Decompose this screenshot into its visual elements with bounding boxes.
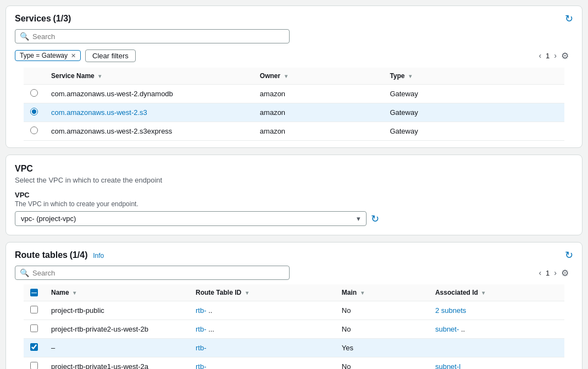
services-filter-bar: Type = Gateway ✕ Clear filters ‹ 1 › ⚙	[15, 48, 573, 63]
services-type-sort[interactable]: ▾	[409, 73, 412, 79]
rt-name-sort[interactable]: ▾	[73, 290, 76, 296]
services-search-bar[interactable]: 🔍	[15, 29, 290, 43]
rt-refresh-icon[interactable]: ↻	[565, 249, 573, 261]
rt-header-right: ↻	[565, 249, 573, 261]
services-col-type-label: Type	[390, 72, 404, 80]
rt-rtid-cell: rtb-	[189, 339, 335, 357]
rt-checkbox-cell[interactable]	[24, 301, 45, 320]
services-owner-sort[interactable]: ▾	[285, 73, 287, 79]
vpc-label: VPC	[15, 191, 573, 199]
services-name-cell: com.amazonaws.us-west-2.dynamodb	[45, 85, 253, 103]
rt-search-input[interactable]	[32, 269, 285, 277]
rt-checkbox-0[interactable]	[30, 306, 38, 313]
rt-name-cell: project-rtb-public	[45, 301, 189, 320]
services-radio-1[interactable]	[30, 108, 38, 115]
rt-main-cell: No	[335, 357, 429, 370]
rt-header-row: Route tables (1/4) Info ↻	[6, 243, 582, 261]
rt-main-sort[interactable]: ▾	[361, 290, 364, 296]
rt-table-row[interactable]: project-rtb-public rtb- .. No 2 subnets	[24, 301, 564, 320]
rt-pagination: ‹ 1 › ⚙	[536, 265, 573, 280]
rt-col-main-label: Main	[342, 289, 357, 296]
services-table-row[interactable]: com.amazonaws.us-west-2.s3 amazon Gatewa…	[24, 103, 564, 122]
subnets-link[interactable]: 2 subnets	[435, 306, 466, 315]
services-owner-cell: amazon	[253, 85, 384, 103]
rt-search-icon: 🔍	[20, 268, 29, 277]
services-panel: Services (1/3) ↻ 🔍 Type = Gateway ✕ Clea…	[5, 5, 583, 148]
rt-settings-icon[interactable]: ⚙	[561, 268, 569, 278]
services-col-radio	[24, 68, 45, 85]
rt-assoc-cell	[429, 339, 564, 357]
rt-checkbox-cell[interactable]	[24, 357, 45, 370]
services-settings-icon[interactable]: ⚙	[561, 51, 569, 61]
rt-rtid-cell: rtb- ..	[189, 301, 335, 320]
vpc-dropdown-wrapper: vpc- (project-vpc) ▾ ↻	[15, 211, 573, 226]
rt-table-row[interactable]: project-rtb-private2-us-west-2b rtb- ...…	[24, 320, 564, 339]
services-owner-cell: amazon	[253, 122, 384, 141]
services-radio-cell[interactable]	[24, 85, 45, 103]
services-page-number: 1	[546, 52, 550, 60]
services-title: Services (1/3)	[15, 14, 71, 24]
services-search-icon: 🔍	[20, 32, 29, 41]
services-next-page[interactable]: ›	[552, 50, 559, 61]
rt-search-bar[interactable]: 🔍	[15, 266, 290, 280]
rt-checkbox-cell[interactable]	[24, 320, 45, 339]
rt-title-wrapper: Route tables (1/4) Info	[15, 250, 104, 260]
rt-panel-content: 🔍 ‹ 1 › ⚙ — Name ▾	[6, 261, 582, 369]
rt-col-rtid-label: Route Table ID	[196, 289, 241, 296]
rt-assoc-sort[interactable]: ▾	[482, 290, 485, 296]
rt-table-row[interactable]: – rtb- Yes	[24, 339, 564, 357]
vpc-panel: VPC Select the VPC in which to create th…	[5, 155, 583, 235]
services-radio-cell[interactable]	[24, 122, 45, 141]
services-table-row[interactable]: com.amazonaws.us-west-2.s3express amazon…	[24, 122, 564, 141]
rtid-link[interactable]: rtb-	[196, 362, 207, 369]
services-col-name: Service Name ▾	[45, 68, 253, 85]
rt-prev-page[interactable]: ‹	[536, 267, 543, 278]
vpc-desc: The VPC in which to create your endpoint…	[15, 200, 573, 208]
assoc-suffix: ..	[459, 325, 465, 333]
services-name-cell: com.amazonaws.us-west-2.s3express	[45, 122, 253, 141]
services-radio-2[interactable]	[30, 126, 38, 134]
rt-col-name: Name ▾	[45, 284, 189, 301]
services-search-input[interactable]	[32, 32, 285, 41]
services-name-cell: com.amazonaws.us-west-2.s3	[45, 103, 253, 122]
rtid-link[interactable]: rtb-	[196, 306, 207, 315]
subnet-link[interactable]: subnet-	[435, 325, 459, 333]
subnet-link[interactable]: subnet-l	[435, 362, 461, 369]
rt-assoc-cell: subnet- ..	[429, 320, 564, 339]
services-table-row[interactable]: com.amazonaws.us-west-2.dynamodb amazon …	[24, 85, 564, 103]
rt-checkbox-1[interactable]	[30, 324, 38, 332]
filter-remove-icon[interactable]: ✕	[71, 52, 76, 59]
rt-assoc-cell: 2 subnets	[429, 301, 564, 320]
services-radio-0[interactable]	[30, 89, 38, 97]
clear-filters-button[interactable]: Clear filters	[85, 49, 136, 62]
rt-indeterminate-checkbox[interactable]: —	[30, 289, 38, 296]
services-refresh-icon[interactable]: ↻	[565, 13, 573, 25]
services-header-right: ↻	[565, 13, 573, 25]
rt-rtid-cell: rtb-	[189, 357, 335, 370]
vpc-dropdown[interactable]: vpc- (project-vpc) ▾	[15, 211, 367, 226]
services-name-sort[interactable]: ▾	[98, 73, 101, 79]
services-prev-page[interactable]: ‹	[536, 50, 543, 61]
services-radio-cell[interactable]	[24, 103, 45, 122]
rt-next-page[interactable]: ›	[552, 267, 559, 278]
rtid-link[interactable]: rtb-	[196, 344, 207, 352]
vpc-subtitle: Select the VPC in which to create the en…	[15, 176, 573, 184]
services-pagination: ‹ 1 › ⚙	[536, 48, 573, 63]
vpc-section: VPC Select the VPC in which to create th…	[6, 155, 582, 235]
rt-main-cell: Yes	[335, 339, 429, 357]
rtid-link[interactable]: rtb-	[196, 325, 207, 333]
rt-rtid-sort[interactable]: ▾	[246, 290, 248, 296]
services-type-cell: Gateway	[383, 85, 564, 103]
services-filter-tag: Type = Gateway ✕	[15, 50, 81, 61]
rt-checkbox-3[interactable]	[30, 362, 38, 369]
rt-name-cell: –	[45, 339, 189, 357]
services-col-owner-label: Owner	[260, 72, 280, 80]
rt-checkbox-cell[interactable]	[24, 339, 45, 357]
rt-main-cell: No	[335, 301, 429, 320]
vpc-refresh-button[interactable]: ↻	[371, 213, 379, 225]
rt-table-row[interactable]: project-rtb-private1-us-west-2a rtb- No …	[24, 357, 564, 370]
rt-count: (1/4)	[70, 250, 88, 260]
rt-page-number: 1	[546, 269, 550, 277]
rt-checkbox-2[interactable]	[30, 343, 38, 351]
rt-info-link[interactable]: Info	[93, 252, 104, 260]
